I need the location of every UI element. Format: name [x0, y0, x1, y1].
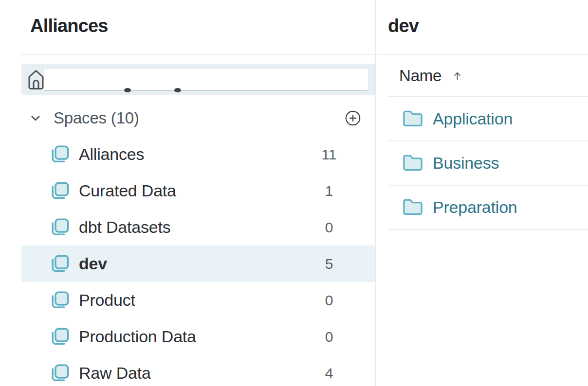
spaces-list: Alliances 11 Curated Data 1 dbt Datasets… [21, 136, 375, 386]
spaces-sidebar: Alliances Spaces (10) [0, 0, 376, 386]
space-name: dev [79, 254, 107, 273]
space-name: Alliances [79, 145, 144, 164]
folder-link[interactable]: Application [433, 109, 513, 128]
sidebar-space-item[interactable]: Product 0 [21, 282, 375, 318]
folder-icon [400, 197, 426, 218]
spaces-section-label: Spaces (10) [54, 109, 139, 127]
folder-row[interactable]: Business [388, 141, 588, 186]
space-name: Curated Data [79, 181, 176, 200]
contents-table: Name Application Business [388, 55, 588, 230]
add-space-button[interactable] [345, 110, 361, 126]
folder-row[interactable]: Preparation [388, 186, 588, 230]
space-dataset-count: 0 [314, 219, 344, 236]
redacted-label-overlay [44, 69, 368, 91]
app-window: Alliances Spaces (10) [0, 0, 588, 386]
chevron-down-icon[interactable] [28, 111, 43, 125]
space-dataset-count: 5 [314, 256, 344, 272]
space-dataset-count: 0 [314, 329, 344, 345]
space-name: Raw Data [79, 364, 151, 383]
spaces-section-header: Spaces (10) [21, 103, 375, 134]
space-name: Production Data [79, 327, 196, 346]
space-dataset-count: 4 [314, 365, 344, 382]
folder-link[interactable]: Business [433, 154, 499, 173]
space-title: dev [388, 15, 419, 37]
home-breadcrumb-row[interactable] [21, 64, 375, 95]
folder-icon [400, 108, 426, 130]
space-dataset-count: 11 [314, 146, 344, 163]
sidebar-space-item[interactable]: dbt Datasets 0 [21, 209, 375, 246]
sidebar-space-item[interactable]: Alliances 11 [21, 136, 375, 173]
name-column-header[interactable]: Name [388, 55, 588, 97]
space-name: Product [79, 291, 135, 310]
space-content-panel: dev Name Application Business [377, 0, 588, 386]
folder-link[interactable]: Preparation [433, 198, 517, 217]
home-icon [28, 69, 44, 92]
space-icon [50, 144, 70, 165]
plus-circle-icon [345, 110, 361, 126]
space-icon [50, 217, 70, 238]
space-dataset-count: 0 [314, 292, 344, 309]
space-icon [50, 327, 70, 347]
redaction-artifact [174, 88, 181, 92]
sidebar-space-item[interactable]: Production Data 0 [21, 318, 375, 355]
sidebar-space-item[interactable]: Raw Data 4 [21, 355, 375, 386]
folder-icon [400, 153, 426, 174]
space-name: dbt Datasets [79, 218, 171, 237]
space-icon [50, 363, 70, 384]
folder-row[interactable]: Application [388, 97, 588, 141]
name-column-label: Name [399, 67, 441, 85]
space-dataset-count: 1 [314, 183, 344, 199]
folder-list: Application Business Preparation [388, 97, 588, 230]
divider [21, 54, 376, 55]
redaction-artifact [124, 88, 131, 92]
space-icon [50, 290, 70, 311]
sidebar-space-item[interactable]: Curated Data 1 [21, 173, 375, 209]
space-icon [50, 254, 70, 274]
arrow-up-icon [452, 69, 462, 83]
sidebar-space-item[interactable]: dev 5 [21, 246, 375, 282]
space-icon [50, 181, 70, 201]
page-title: Alliances [30, 15, 108, 37]
